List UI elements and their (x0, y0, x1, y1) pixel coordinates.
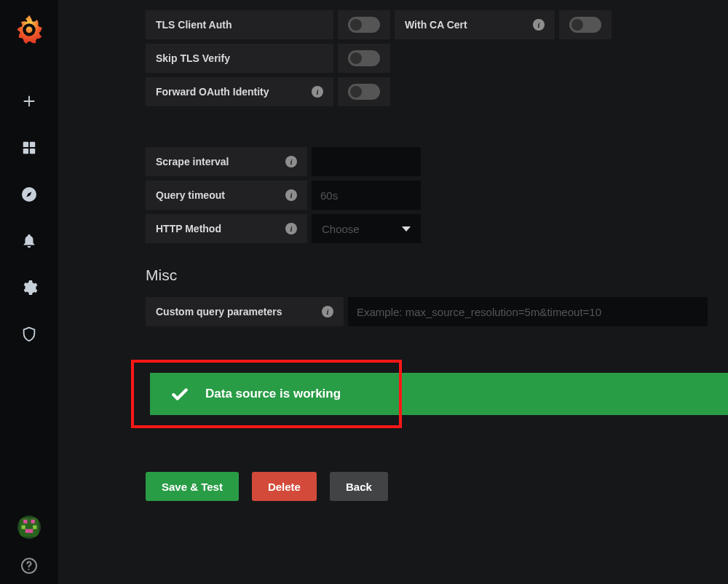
query-timeout-input[interactable] (319, 180, 414, 210)
select-placeholder: Choose (322, 223, 360, 235)
svg-rect-8 (22, 525, 25, 529)
status-banner: Data source is working (150, 373, 399, 415)
info-icon[interactable]: i (285, 189, 297, 201)
plus-icon[interactable] (15, 87, 43, 115)
tls-client-auth-toggle[interactable] (338, 10, 390, 39)
svg-rect-2 (23, 149, 28, 154)
delete-button[interactable]: Delete (252, 472, 317, 501)
svg-rect-0 (23, 142, 28, 147)
info-icon[interactable]: i (285, 223, 297, 234)
info-icon[interactable]: i (533, 19, 545, 31)
back-button[interactable]: Back (330, 472, 388, 501)
svg-rect-6 (23, 520, 27, 524)
bell-icon[interactable] (15, 227, 43, 255)
label-text: HTTP Method (156, 223, 221, 234)
custom-params-input-wrap (348, 297, 708, 326)
annotation-highlight: Data source is working (131, 360, 402, 428)
svg-rect-1 (30, 142, 35, 147)
save-test-button[interactable]: Save & Test (146, 472, 239, 501)
scrape-interval-label: Scrape interval i (146, 147, 307, 176)
skip-tls-verify-label: Skip TLS Verify (146, 44, 333, 73)
svg-rect-10 (25, 529, 33, 533)
custom-params-input[interactable] (355, 296, 700, 327)
svg-rect-9 (33, 525, 36, 529)
grafana-logo-icon[interactable] (12, 12, 47, 47)
status-message: Data source is working (205, 387, 341, 401)
label-text: Custom query parameters (156, 306, 282, 317)
dashboards-icon[interactable] (15, 134, 43, 162)
label-text: Query timeout (156, 189, 225, 201)
scrape-interval-input[interactable] (319, 146, 414, 177)
user-avatar[interactable] (17, 516, 41, 539)
query-timeout-input-wrap (312, 181, 421, 210)
gear-icon[interactable] (15, 274, 43, 301)
svg-rect-7 (31, 520, 35, 524)
label-text: TLS Client Auth (156, 19, 232, 31)
misc-heading: Misc (146, 267, 728, 284)
svg-rect-3 (30, 149, 35, 154)
svg-point-12 (28, 569, 30, 570)
with-ca-cert-toggle[interactable] (559, 10, 612, 39)
skip-tls-verify-toggle[interactable] (338, 44, 390, 73)
settings-form: TLS Client Auth With CA Cert i Skip TLS … (58, 0, 728, 584)
status-banner-extension (402, 373, 728, 415)
label-text: Scrape interval (156, 156, 229, 167)
info-icon[interactable]: i (322, 306, 333, 317)
shield-icon[interactable] (15, 320, 43, 348)
scrape-interval-input-wrap (312, 147, 421, 176)
help-icon[interactable] (15, 552, 43, 580)
label-text: Skip TLS Verify (156, 52, 230, 64)
compass-icon[interactable] (15, 181, 43, 208)
http-method-select[interactable]: Choose (312, 214, 421, 243)
label-text: Forward OAuth Identity (156, 86, 269, 98)
http-method-label: HTTP Method i (146, 214, 307, 243)
query-timeout-label: Query timeout i (146, 181, 307, 210)
info-icon[interactable]: i (312, 86, 323, 98)
sidebar (0, 0, 58, 584)
custom-params-label: Custom query parameters i (146, 297, 344, 326)
with-ca-cert-label: With CA Cert i (395, 10, 555, 39)
forward-oauth-toggle[interactable] (338, 77, 390, 106)
label-text: With CA Cert (405, 19, 467, 31)
info-icon[interactable]: i (285, 156, 297, 167)
tls-client-auth-label: TLS Client Auth (146, 10, 333, 39)
forward-oauth-label: Forward OAuth Identity i (146, 77, 333, 106)
chevron-down-icon (402, 226, 411, 232)
check-icon (170, 384, 189, 403)
